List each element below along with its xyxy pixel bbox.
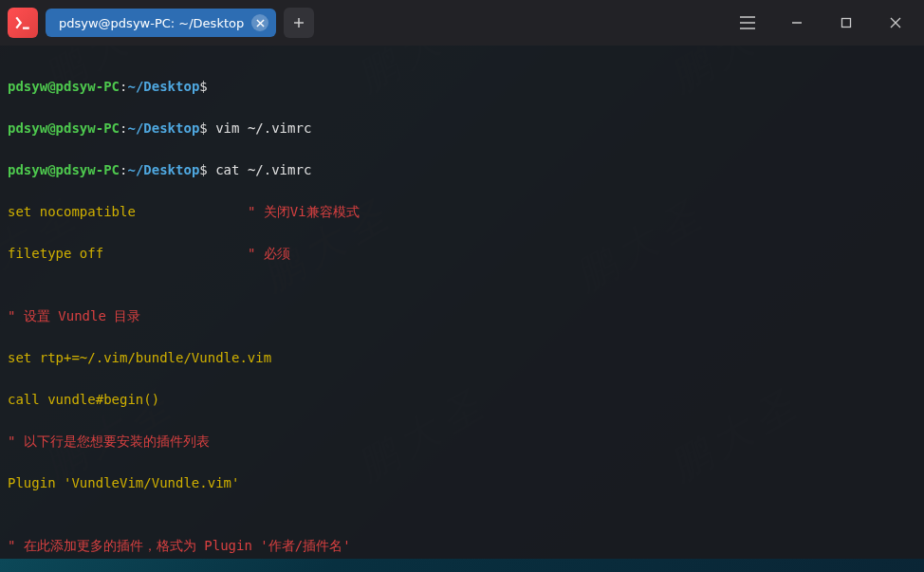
prompt-line: pdsyw@pdsyw-PC:~/Desktop$ vim ~/.vimrc [8, 118, 916, 138]
tab-label: pdsyw@pdsyw-PC: ~/Desktop [59, 16, 244, 30]
prompt-line: pdsyw@pdsyw-PC:~/Desktop$ cat ~/.vimrc [8, 159, 916, 180]
prompt-user: pdsyw@pdsyw-PC [8, 120, 120, 136]
output-line: " 在此添加更多的插件，格式为 Plugin '作者/插件名' [8, 535, 916, 556]
prompt-dollar: $ [199, 120, 207, 136]
vim-setting: Plugin 'VundleVim/Vundle.vim' [8, 475, 239, 490]
tab-active[interactable]: pdsyw@pdsyw-PC: ~/Desktop [46, 9, 276, 37]
output-line: set rtp+=~/.vim/bundle/Vundle.vim [8, 347, 916, 368]
tab-close-button[interactable] [251, 14, 268, 31]
close-button[interactable] [875, 4, 916, 42]
output-line: Plugin 'VundleVim/Vundle.vim' [8, 472, 916, 493]
prompt-user: pdsyw@pdsyw-PC [8, 162, 120, 177]
output-line: call vundle#begin() [8, 389, 916, 410]
vim-comment: " 以下行是您想要安装的插件列表 [8, 434, 210, 449]
prompt-dollar: $ [199, 79, 207, 94]
output-line: " 以下行是您想要安装的插件列表 [8, 431, 916, 452]
vim-comment: " 必须 [248, 246, 290, 261]
maximize-button[interactable] [825, 4, 867, 42]
vim-comment: " 在此添加更多的插件，格式为 Plugin '作者/插件名' [8, 538, 351, 553]
prompt-line: pdsyw@pdsyw-PC:~/Desktop$ [8, 76, 916, 97]
svg-rect-0 [842, 19, 851, 28]
vim-comment: " 设置 Vundle 目录 [8, 308, 140, 323]
terminal-app-icon [8, 8, 38, 38]
prompt-path: ~/Desktop [127, 162, 199, 177]
output-line: filetype off " 必须 [8, 243, 916, 264]
menu-button[interactable] [727, 4, 768, 42]
output-line: set nocompatible " 关闭Vi兼容模式 [8, 201, 916, 222]
command-text: vim ~/.vimrc [208, 120, 312, 136]
command-text: cat ~/.vimrc [208, 162, 312, 177]
vim-setting: filetype off [8, 246, 248, 261]
output-line: " 设置 Vundle 目录 [8, 305, 916, 326]
vim-setting: call vundle#begin() [8, 392, 159, 407]
vim-comment: " 关闭Vi兼容模式 [248, 204, 360, 219]
prompt-path: ~/Desktop [127, 79, 199, 94]
vim-setting: set rtp+=~/.vim/bundle/Vundle.vim [8, 350, 271, 365]
prompt-path: ~/Desktop [127, 120, 199, 136]
terminal-output[interactable]: pdsyw@pdsyw-PC:~/Desktop$ pdsyw@pdsyw-PC… [0, 46, 924, 559]
vim-setting: set nocompatible [8, 204, 248, 219]
minimize-button[interactable] [776, 4, 818, 42]
new-tab-button[interactable] [284, 8, 314, 38]
titlebar: pdsyw@pdsyw-PC: ~/Desktop [0, 0, 924, 46]
prompt-dollar: $ [199, 162, 207, 177]
prompt-user: pdsyw@pdsyw-PC [8, 79, 120, 94]
